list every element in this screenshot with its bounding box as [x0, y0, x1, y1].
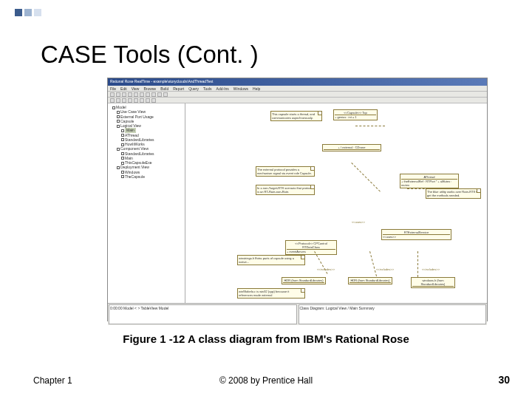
tree-icon [117, 120, 120, 123]
uml-connector [351, 163, 381, 192]
bottom-panel-right: Class Diagram: Logical View / Main Summa… [299, 304, 487, 324]
tree-label: StandardLibraries [125, 151, 154, 156]
uml-class-head: HDR (from StandardLibraries) [283, 279, 324, 283]
tree-icon [117, 125, 120, 128]
uml-class-body: + genius : int = 1 [335, 115, 376, 119]
tree-label: Component View [120, 146, 149, 151]
tree-icon [121, 171, 124, 174]
uml-relationship-label: <<includes>> [376, 267, 394, 271]
tree-label: Deployment View [120, 165, 149, 169]
uml-note[interactable]: In a non-Target-RTS scenario that protoc… [256, 185, 315, 195]
tree-icon [117, 166, 120, 169]
figure-caption: Figure 1 -12 A class diagram from IBM's … [0, 332, 532, 345]
menu-item[interactable]: Edit [120, 86, 127, 90]
menu-item[interactable]: Tools [203, 86, 212, 90]
uml-note[interactable]: The blue utility works over Rate-RTS to … [426, 188, 481, 199]
slide-title: CASE Tools (Cont. ) [41, 41, 259, 69]
uml-class-box[interactable]: HDR (from StandardLibraries) [348, 277, 392, 284]
uml-class-body: + theExternalRef : RTPort * + aMutex : m… [401, 180, 457, 187]
uml-note[interactable]: The external protocol provides a mechani… [256, 166, 315, 177]
uml-class-box[interactable]: HDR (from StandardLibraries) [282, 277, 326, 284]
tree-label: Windows [125, 170, 140, 174]
uml-class-body: + eventArrives [287, 250, 335, 253]
tree-label: StandardLibraries [125, 137, 154, 142]
bottom-panel-left: 0:00:00 Model < > TableView Model [109, 304, 297, 324]
tree-icon [121, 129, 124, 132]
app-bottom-panels: 0:00:00 Model < > TableView Model Class … [108, 303, 487, 325]
tree-icon [121, 134, 124, 137]
uml-connector [369, 251, 377, 276]
footer-copyright: © 2008 by Prentice Hall [0, 375, 532, 386]
tree-icon [121, 138, 124, 141]
decorative-squares-row2 [15, 18, 22, 32]
menu-item[interactable]: Browse [143, 86, 156, 90]
menu-item[interactable]: File [110, 86, 116, 90]
uml-class-head: <<Protocol>> CPControl RTDataClass [287, 242, 335, 250]
tree-icon [112, 106, 115, 109]
slide: CASE Tools (Cont. ) Rational Rose RealTi… [0, 0, 532, 399]
app-menubar: FileEditViewBrowseBuildReportQueryToolsA… [108, 86, 487, 92]
tree-label: AThread [125, 133, 139, 137]
decorative-squares [15, 9, 41, 16]
menu-item[interactable]: Windows [233, 86, 248, 90]
tree-icon [121, 157, 124, 160]
app-body: ModelUse Case ViewExternal Port UsageCap… [108, 103, 487, 303]
uml-class-head: HDR (from StandardLibraries) [349, 279, 391, 283]
uml-connector [407, 188, 451, 189]
app-titlebar: Rational Rose RealTime - example\storycl… [108, 78, 487, 86]
uml-class-body: <<uses>> [383, 235, 450, 239]
tree-icon [121, 175, 124, 178]
tree-label: Capsule [120, 119, 134, 123]
uml-note[interactable]: This capsule starts a thread, and commun… [270, 111, 322, 121]
tree-label: External Port Usage [120, 115, 154, 119]
uml-class-box[interactable]: <<Protocol>> CPControl RTDataClass+ even… [285, 240, 337, 255]
menu-item[interactable]: Report [173, 86, 184, 90]
tree-label: ThisCapsuleExe [125, 160, 151, 165]
page-number: 30 [498, 374, 510, 386]
rational-rose-screenshot: Rational Rose RealTime - example\storycl… [107, 78, 488, 321]
tree-icon [117, 148, 120, 151]
uml-class-head: + / external : CDrone [324, 146, 380, 150]
uml-note[interactable]: winGlobeIo.c is win32 (cpp) because it r… [237, 288, 305, 299]
tree-icon [121, 143, 124, 146]
tree-label: TheCapsule [125, 174, 145, 179]
tree-icon [121, 152, 124, 155]
uml-class-box[interactable]: RTExternalService<<uses>> [381, 229, 451, 240]
menu-item[interactable]: Add-Ins [216, 86, 229, 90]
uml-note[interactable]: winstrings.h Extra parts of capsule usin… [237, 255, 305, 265]
tree-icon [117, 111, 120, 114]
tree-label: Logical View [120, 123, 141, 128]
uml-class-head: windows.h (from StandardLibraries) [412, 279, 454, 287]
uml-relationship-label: <<includes>> [422, 267, 440, 271]
tree-label: Main [125, 156, 133, 160]
app-toolbar-2 [108, 98, 487, 103]
menu-item[interactable]: Query [188, 86, 199, 90]
menu-item[interactable]: Build [160, 86, 168, 90]
tree-icon [117, 115, 120, 118]
model-tree: ModelUse Case ViewExternal Port UsageCap… [108, 103, 185, 303]
uml-class-box[interactable]: windows.h (from StandardLibraries) [411, 277, 455, 288]
diagram-canvas: <<Capsule>> Top+ genius : int = 1+ / ext… [185, 103, 487, 303]
menu-item[interactable]: View [132, 86, 140, 90]
tree-label: Model [116, 105, 126, 109]
app-toolbar-1 [108, 92, 487, 98]
uml-class-box[interactable]: AThread+ theExternalRef : RTPort * + aMu… [400, 174, 459, 188]
uml-connector [355, 126, 385, 126]
uml-class-box[interactable]: <<Capsule>> Top+ genius : int = 1 [333, 109, 378, 120]
uml-connector [417, 251, 418, 277]
tree-item[interactable]: TheCapsule [109, 174, 183, 179]
uml-relationship-label: <<uses>> [352, 220, 365, 224]
tree-label: Use Case View [120, 109, 146, 114]
menu-item[interactable]: Help [253, 86, 260, 90]
uml-class-box[interactable]: + / external : CDrone [322, 144, 381, 151]
tree-icon [121, 162, 124, 165]
tree-label: HowItWorks [125, 142, 145, 146]
